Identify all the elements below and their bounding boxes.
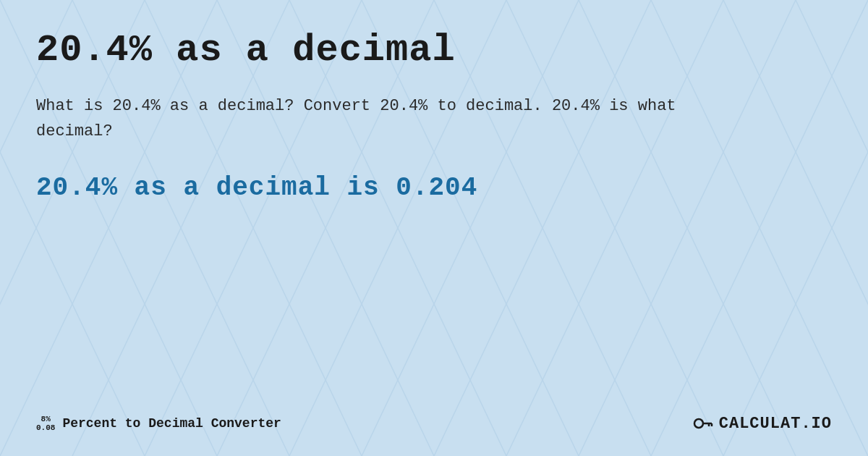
footer-right: CALCULAT.IO (692, 413, 832, 434)
footer-label: Percent to Decimal Converter (62, 416, 281, 431)
footer: 8% 0.08 Percent to Decimal Converter CAL… (36, 398, 832, 434)
page-title: 20.4% as a decimal (36, 29, 832, 72)
result-text: 20.4% as a decimal is 0.204 (36, 173, 832, 203)
site-logo: CALCULAT.IO (719, 415, 832, 433)
percent-decimal-icon: 8% 0.08 (36, 415, 55, 432)
calculator-icon (692, 413, 713, 434)
icon-top: 8% (41, 415, 51, 423)
page-description: What is 20.4% as a decimal? Convert 20.4… (36, 93, 687, 144)
footer-left: 8% 0.08 Percent to Decimal Converter (36, 415, 281, 432)
svg-point-27 (694, 419, 703, 428)
icon-bottom: 0.08 (36, 423, 55, 432)
result-section: 20.4% as a decimal is 0.204 (36, 173, 832, 203)
